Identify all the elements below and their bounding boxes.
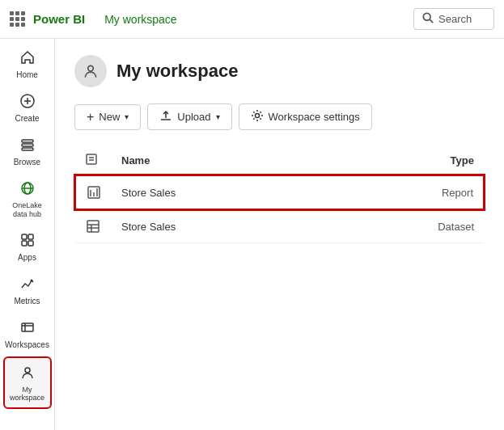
workspace-header: My workspace	[74, 55, 485, 87]
home-icon	[19, 49, 36, 68]
row-type-cell: Report	[324, 175, 484, 209]
new-label: New	[99, 111, 120, 123]
workspace-avatar	[74, 55, 107, 87]
svg-rect-6	[22, 144, 33, 146]
table-row[interactable]: Store Sales Report	[75, 175, 484, 209]
workspace-title: My workspace	[116, 61, 238, 82]
sidebar-item-workspaces-label: Workspaces	[5, 340, 49, 350]
sidebar-item-browse[interactable]: Browse	[3, 130, 52, 172]
table-row[interactable]: Store Sales Dataset	[75, 209, 484, 243]
new-caret-icon: ▾	[125, 112, 129, 121]
workspace-settings-button[interactable]: Workspace settings	[239, 103, 372, 130]
search-icon	[422, 12, 434, 26]
svg-rect-14	[28, 241, 33, 246]
app-layout: Home Create Browse	[0, 39, 504, 430]
row-icon-cell	[75, 209, 112, 243]
sidebar-item-onelake-label: OneLake data hub	[6, 201, 49, 219]
browse-icon	[19, 137, 36, 155]
search-label: Search	[438, 13, 472, 25]
col-type-header: Type	[324, 146, 484, 175]
apps-icon	[19, 232, 36, 251]
create-icon	[19, 93, 36, 112]
top-nav: Power BI My workspace Search	[0, 0, 504, 39]
svg-rect-5	[22, 140, 33, 142]
upload-icon	[159, 109, 172, 124]
sidebar-item-apps-label: Apps	[18, 253, 36, 263]
app-logo: Power BI My workspace	[10, 11, 177, 27]
svg-rect-7	[22, 148, 33, 150]
svg-point-20	[88, 65, 94, 71]
sidebar-item-home[interactable]: Home	[3, 43, 52, 85]
svg-rect-13	[22, 241, 27, 246]
my-workspace-icon	[19, 365, 36, 383]
svg-rect-24	[87, 154, 96, 164]
settings-icon	[251, 109, 264, 124]
col-icon-header	[75, 146, 112, 175]
sidebar-item-create-label: Create	[15, 114, 39, 124]
sidebar-item-apps[interactable]: Apps	[3, 226, 52, 268]
svg-point-19	[25, 368, 30, 373]
svg-rect-11	[22, 234, 27, 239]
main-content: My workspace + New ▾ Upload ▾	[55, 39, 504, 430]
sidebar-item-metrics-label: Metrics	[14, 297, 40, 306]
sidebar-item-workspaces[interactable]: Workspaces	[3, 313, 52, 355]
row-type-cell: Dataset	[324, 209, 484, 243]
svg-point-23	[255, 114, 259, 118]
sidebar-item-onelake[interactable]: OneLake data hub	[3, 174, 52, 224]
power-bi-label: Power BI	[33, 12, 85, 26]
upload-caret-icon: ▾	[216, 112, 220, 121]
svg-rect-16	[22, 323, 33, 331]
content-table: Name Type	[74, 146, 485, 243]
apps-grid-icon[interactable]	[10, 11, 25, 27]
svg-rect-12	[28, 234, 33, 239]
svg-point-15	[30, 279, 32, 281]
svg-point-0	[423, 13, 430, 20]
row-name-cell: Store Sales	[112, 209, 324, 243]
workspaces-icon	[19, 319, 36, 338]
report-icon	[86, 184, 102, 200]
dataset-icon	[85, 218, 101, 234]
workspace-settings-label: Workspace settings	[269, 111, 360, 123]
row-icon-cell	[75, 175, 112, 209]
row-name-cell: Store Sales	[112, 175, 324, 209]
toolbar: + New ▾ Upload ▾	[74, 103, 485, 130]
svg-rect-31	[87, 221, 99, 232]
sidebar: Home Create Browse	[0, 39, 55, 430]
col-name-header: Name	[112, 146, 324, 175]
search-box[interactable]: Search	[413, 8, 494, 30]
onelake-icon	[19, 180, 36, 199]
sidebar-item-my-workspace[interactable]: My workspace	[3, 356, 52, 410]
sidebar-item-home-label: Home	[16, 70, 38, 80]
svg-line-1	[430, 19, 433, 23]
breadcrumb-workspace[interactable]: My workspace	[104, 13, 176, 26]
sidebar-item-my-workspace-label: My workspace	[8, 386, 47, 403]
upload-label: Upload	[177, 111, 210, 123]
metrics-icon	[19, 276, 36, 294]
new-button[interactable]: + New ▾	[74, 104, 141, 130]
sidebar-item-browse-label: Browse	[14, 158, 40, 167]
sidebar-item-metrics[interactable]: Metrics	[3, 269, 52, 311]
plus-icon: +	[87, 110, 94, 124]
upload-button[interactable]: Upload ▾	[147, 103, 231, 130]
sidebar-item-create[interactable]: Create	[3, 86, 52, 129]
